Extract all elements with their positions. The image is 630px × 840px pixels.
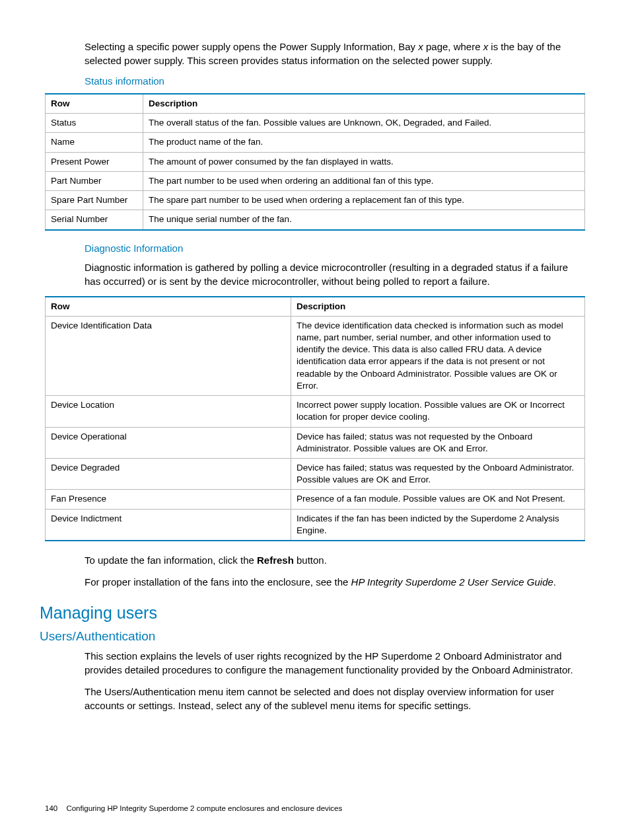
status-info-table: Row Description Status The overall statu… [45, 93, 585, 231]
install-paragraph: For proper installation of the fans into… [85, 575, 585, 589]
table-row: Device Indictment Indicates if the fan h… [46, 509, 585, 541]
table-header: Description [143, 94, 585, 114]
table-cell: The overall status of the fan. Possible … [143, 114, 585, 133]
table-cell: Serial Number [46, 210, 143, 230]
table-cell: Spare Part Number [46, 191, 143, 210]
table-body: Device Identification Data The device id… [46, 316, 585, 541]
table-cell: Incorrect power supply location. Possibl… [291, 396, 585, 427]
table-header: Row [46, 297, 291, 317]
table-row: Device Degraded Device has failed; statu… [46, 458, 585, 489]
table-cell: Device has failed; status was not reques… [291, 427, 585, 458]
table-cell: Device has failed; status was requested … [291, 458, 585, 489]
table-cell: Status [46, 114, 143, 133]
table-cell: Device Operational [46, 427, 291, 458]
table-row: Device Location Incorrect power supply l… [46, 396, 585, 427]
users-paragraph-1: This section explains the levels of user… [85, 649, 585, 677]
table-cell: Device Location [46, 396, 291, 427]
users-paragraph-2: The Users/Authentication menu item canno… [85, 685, 585, 712]
table-cell: Device Identification Data [46, 316, 291, 395]
diagnostic-heading: Diagnostic Information [85, 243, 585, 254]
table-cell: The unique serial number of the fan. [143, 210, 585, 230]
page-footer: 140 Configuring HP Integrity Superdome 2… [45, 804, 342, 812]
diagnostic-paragraph: Diagnostic information is gathered by po… [85, 260, 585, 288]
table-cell: Fan Presence [46, 490, 291, 509]
table-row: Present Power The amount of power consum… [46, 152, 585, 171]
table-cell: Part Number [46, 171, 143, 190]
table-row: Device Operational Device has failed; st… [46, 427, 585, 458]
table-cell: Present Power [46, 152, 143, 171]
chapter-title: Configuring HP Integrity Superdome 2 com… [66, 804, 342, 812]
table-cell: Device Indictment [46, 509, 291, 541]
table-cell: The part number to be used when ordering… [143, 171, 585, 190]
table-cell: Presence of a fan module. Possible value… [291, 490, 585, 509]
table-cell: The device identification data checked i… [291, 316, 585, 395]
table-body: Status The overall status of the fan. Po… [46, 114, 585, 230]
table-row: Device Identification Data The device id… [46, 316, 585, 395]
managing-users-heading: Managing users [40, 603, 585, 623]
diagnostic-table: Row Description Device Identification Da… [45, 296, 585, 542]
page-number: 140 [45, 804, 57, 812]
intro-paragraph: Selecting a specific power supply opens … [85, 40, 585, 67]
table-cell: Name [46, 133, 143, 152]
table-cell: The product name of the fan. [143, 133, 585, 152]
table-row: Part Number The part number to be used w… [46, 171, 585, 190]
table-row: Fan Presence Presence of a fan module. P… [46, 490, 585, 509]
update-paragraph: To update the fan information, click the… [85, 553, 585, 567]
table-cell: The spare part number to be used when or… [143, 191, 585, 210]
table-row: Spare Part Number The spare part number … [46, 191, 585, 210]
table-cell: Indicates if the fan has been indicted b… [291, 509, 585, 541]
table-row: Serial Number The unique serial number o… [46, 210, 585, 230]
table-row: Name The product name of the fan. [46, 133, 585, 152]
table-cell: The amount of power consumed by the fan … [143, 152, 585, 171]
users-authentication-heading: Users/Authentication [40, 629, 585, 644]
table-header: Description [291, 297, 585, 317]
status-info-heading: Status information [85, 75, 585, 87]
table-cell: Device Degraded [46, 458, 291, 489]
table-header: Row [46, 94, 143, 114]
table-row: Status The overall status of the fan. Po… [46, 114, 585, 133]
